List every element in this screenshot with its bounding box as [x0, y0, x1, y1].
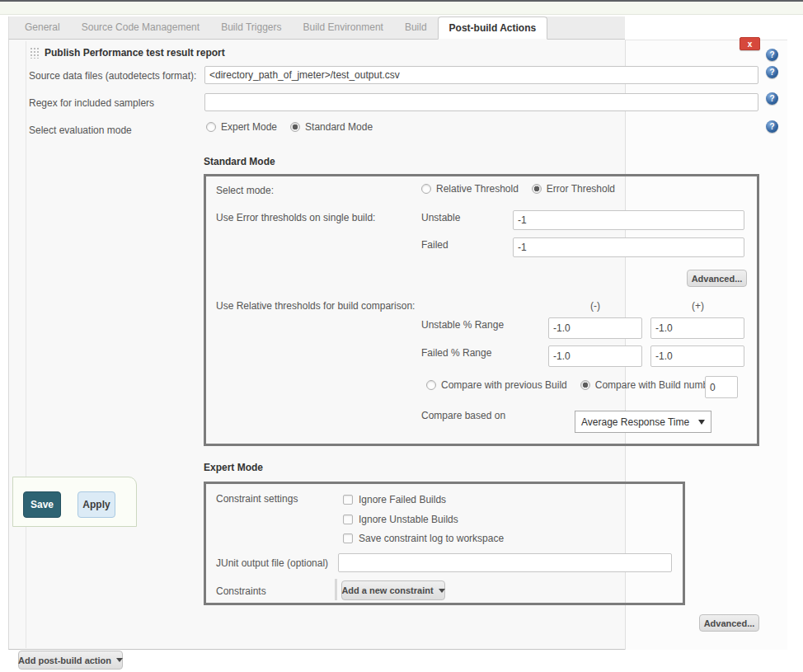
- compare-previous-build-label: Compare with previous Build: [441, 379, 567, 391]
- expert-mode-heading: Expert Mode: [204, 462, 263, 473]
- compare-based-on-value: Average Response Time: [581, 416, 689, 428]
- ignore-failed-builds-row: Ignore Failed Builds: [343, 494, 446, 505]
- select-mode-label: Select mode:: [216, 185, 274, 196]
- help-icon-eval-mode[interactable]: ?: [766, 120, 778, 133]
- tab-build-triggers[interactable]: Build Triggers: [210, 16, 292, 39]
- section-title: Publish Performance test result report: [45, 47, 225, 59]
- junit-output-label: JUnit output file (optional): [216, 557, 328, 569]
- build-number-input[interactable]: [705, 376, 738, 398]
- constraints-label: Constraints: [216, 585, 266, 597]
- compare-build-number-radio[interactable]: [580, 380, 590, 390]
- add-constraint-button[interactable]: Add a new constraint: [341, 580, 445, 600]
- failed-threshold-input[interactable]: [513, 237, 744, 257]
- chevron-down-icon: [698, 420, 705, 425]
- unstable-label: Unstable: [421, 212, 460, 223]
- error-thresholds-label: Use Error thresholds on single build:: [216, 212, 375, 223]
- compare-build-number-label: Compare with Build number: [595, 379, 717, 391]
- eval-mode-radio-group: Expert Mode Standard Mode: [206, 121, 373, 133]
- error-threshold-radio-label: Error Threshold: [547, 183, 615, 195]
- caret-down-icon: [116, 658, 123, 662]
- standard-mode-radio[interactable]: [290, 122, 300, 132]
- config-tab-bar: General Source Code Management Build Tri…: [8, 16, 625, 40]
- save-constraint-log-checkbox[interactable]: [343, 533, 353, 543]
- error-threshold-radio[interactable]: [532, 184, 542, 194]
- save-panel: Save Apply: [12, 477, 137, 527]
- failed-label: Failed: [421, 239, 448, 251]
- constraint-settings-label: Constraint settings: [216, 493, 298, 505]
- unstable-range-plus-input[interactable]: [650, 317, 744, 339]
- tab-post-build-actions[interactable]: Post-build Actions: [438, 16, 548, 40]
- select-mode-radio-group: Relative Threshold Error Threshold: [421, 183, 615, 195]
- relative-threshold-radio[interactable]: [421, 184, 431, 194]
- standard-mode-heading: Standard Mode: [204, 156, 275, 167]
- ignore-unstable-builds-label: Ignore Unstable Builds: [359, 514, 458, 525]
- junit-output-input[interactable]: [338, 553, 672, 572]
- tab-build-environment[interactable]: Build Environment: [293, 16, 394, 39]
- apply-button[interactable]: Apply: [77, 491, 115, 518]
- help-icon-regex[interactable]: ?: [766, 92, 778, 105]
- constraint-insertion-point: [335, 579, 337, 600]
- failed-range-minus-input[interactable]: [548, 345, 642, 367]
- ignore-unstable-builds-checkbox[interactable]: [343, 515, 353, 524]
- tab-source-code-management[interactable]: Source Code Management: [71, 16, 210, 39]
- compare-based-on-select[interactable]: Average Response Time: [575, 411, 711, 433]
- ignore-failed-builds-checkbox[interactable]: [343, 495, 353, 505]
- save-constraint-log-label: Save constraint log to workspace: [359, 533, 504, 544]
- regex-label: Regex for included samplers: [29, 97, 154, 109]
- relative-thresholds-label: Use Relative thresholds for build compar…: [216, 300, 415, 312]
- advanced-button-footer[interactable]: Advanced...: [699, 614, 759, 632]
- save-constraint-log-row: Save constraint log to workspace: [343, 533, 504, 544]
- ignore-failed-builds-label: Ignore Failed Builds: [359, 494, 446, 505]
- ignore-unstable-builds-row: Ignore Unstable Builds: [343, 514, 458, 525]
- unstable-range-label: Unstable % Range: [421, 319, 504, 331]
- section-drag-strip: [26, 41, 26, 648]
- top-strip: [0, 0, 803, 15]
- drag-handle-icon[interactable]: [30, 47, 39, 59]
- standard-mode-radio-label: Standard Mode: [305, 121, 373, 133]
- add-post-build-action-button[interactable]: Add post-build action: [18, 651, 123, 670]
- delete-section-button[interactable]: x: [740, 37, 760, 50]
- tab-build[interactable]: Build: [394, 16, 438, 39]
- tab-general[interactable]: General: [14, 16, 71, 39]
- compare-previous-build-radio[interactable]: [426, 380, 436, 390]
- advanced-button-standard[interactable]: Advanced...: [687, 270, 747, 287]
- unstable-threshold-input[interactable]: [513, 210, 744, 230]
- add-constraint-button-label: Add a new constraint: [341, 585, 433, 595]
- expert-mode-radio-label: Expert Mode: [221, 121, 277, 133]
- eval-mode-label: Select evaluation mode: [29, 125, 132, 136]
- save-button[interactable]: Save: [23, 491, 61, 518]
- jenkins-job-config-page: General Source Code Management Build Tri…: [0, 0, 803, 672]
- caret-down-icon: [439, 589, 445, 593]
- minus-column-header: (-): [590, 300, 600, 312]
- plus-column-header: (+): [692, 300, 704, 312]
- compare-build-radio-group: Compare with previous Build Compare with…: [426, 379, 717, 391]
- failed-range-label: Failed % Range: [421, 347, 491, 359]
- failed-range-plus-input[interactable]: [650, 345, 744, 367]
- help-icon-section[interactable]: ?: [766, 49, 778, 61]
- compare-based-on-label: Compare based on: [421, 410, 505, 421]
- regex-input[interactable]: [204, 93, 758, 111]
- relative-threshold-radio-label: Relative Threshold: [436, 183, 519, 195]
- help-icon-source-data[interactable]: ?: [766, 66, 778, 78]
- unstable-range-minus-input[interactable]: [548, 317, 642, 339]
- source-data-input[interactable]: [204, 66, 758, 84]
- add-post-build-action-label: Add post-build action: [18, 656, 111, 665]
- source-data-label: Source data files (autodetects format):: [29, 70, 196, 82]
- expert-mode-radio[interactable]: [206, 122, 216, 132]
